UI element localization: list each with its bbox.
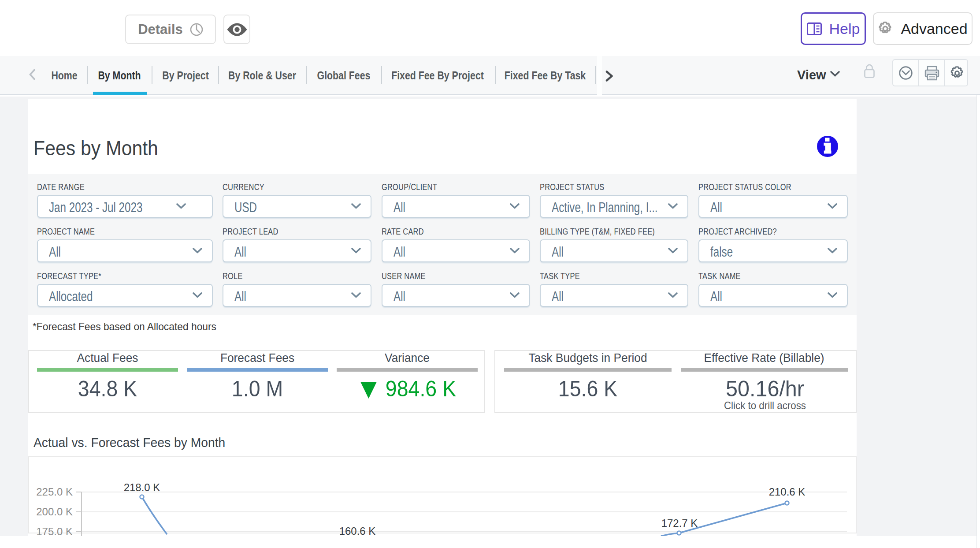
svg-text:210.6 K: 210.6 K [769, 486, 806, 498]
svg-text:225.0 K: 225.0 K [36, 486, 73, 498]
svg-text:160.6 K: 160.6 K [339, 525, 376, 536]
svg-text:172.7 K: 172.7 K [661, 517, 698, 529]
svg-text:175.0 K: 175.0 K [36, 526, 73, 536]
svg-text:218.0 K: 218.0 K [124, 481, 160, 493]
svg-text:200.0 K: 200.0 K [36, 506, 73, 518]
